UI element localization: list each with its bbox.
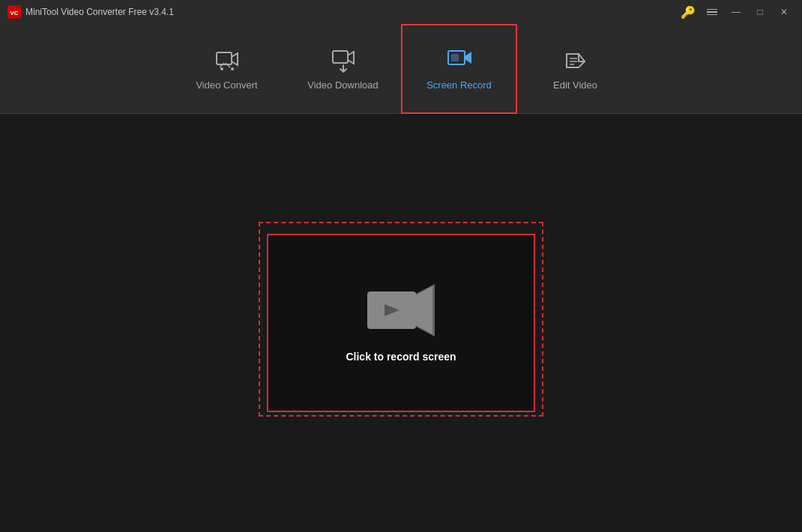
svg-text:VC: VC <box>10 10 18 16</box>
edit-video-icon <box>562 46 589 73</box>
camera-play-icon <box>364 283 438 337</box>
title-bar-left: VC MiniTool Video Converter Free v3.4.1 <box>7 5 174 19</box>
title-bar-controls: 🔑 — □ ✕ <box>678 4 795 20</box>
svg-point-4 <box>231 67 234 70</box>
close-button[interactable]: ✕ <box>774 4 795 20</box>
svg-point-3 <box>220 67 223 70</box>
nav-item-video-download[interactable]: Video Download <box>285 24 401 114</box>
record-icon-wrapper <box>364 283 438 337</box>
main-content: Click to record screen <box>0 114 802 532</box>
screen-record-icon <box>446 46 473 73</box>
nav-bar: Video Convert Video Download Screen Reco… <box>0 24 802 114</box>
video-convert-icon <box>214 46 241 73</box>
nav-label-video-convert: Video Convert <box>196 79 257 91</box>
key-button[interactable]: 🔑 <box>678 4 699 20</box>
maximize-button[interactable]: □ <box>750 4 771 20</box>
app-title: MiniTool Video Converter Free v3.4.1 <box>25 7 174 17</box>
nav-label-edit-video: Edit Video <box>553 79 597 91</box>
record-area[interactable]: Click to record screen <box>267 234 535 412</box>
svg-rect-5 <box>333 51 348 63</box>
video-download-icon <box>330 46 357 73</box>
svg-rect-7 <box>451 54 459 61</box>
nav-item-edit-video[interactable]: Edit Video <box>517 24 633 114</box>
nav-item-video-convert[interactable]: Video Convert <box>169 24 285 114</box>
menu-button[interactable] <box>702 4 723 20</box>
nav-label-screen-record: Screen Record <box>426 79 492 91</box>
record-click-text: Click to record screen <box>346 351 456 363</box>
svg-rect-2 <box>217 52 232 64</box>
app-logo: VC <box>7 5 21 19</box>
nav-item-screen-record[interactable]: Screen Record <box>401 24 517 114</box>
title-bar: VC MiniTool Video Converter Free v3.4.1 … <box>0 0 802 24</box>
minimize-button[interactable]: — <box>726 4 747 20</box>
nav-label-video-download: Video Download <box>307 79 378 91</box>
